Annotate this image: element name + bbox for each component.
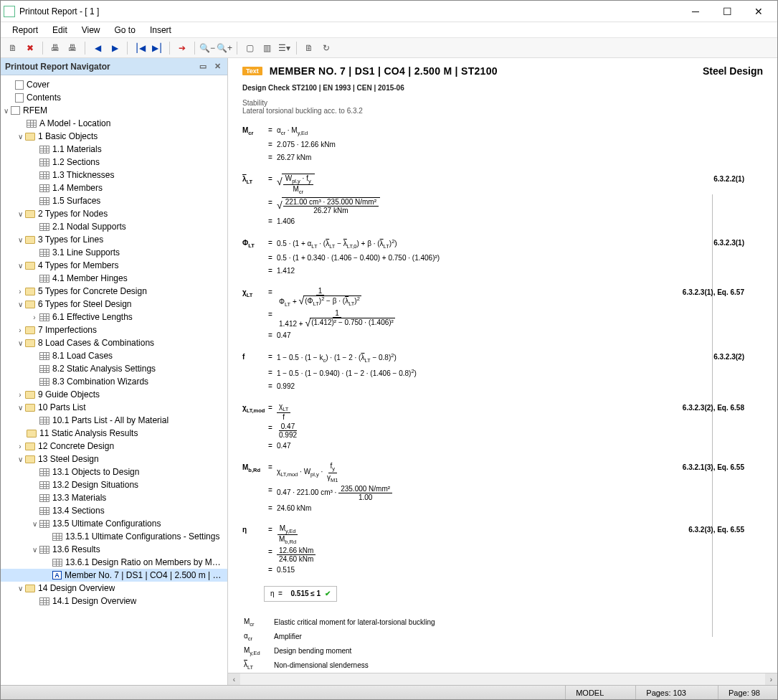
expand-icon[interactable]: ∨ — [15, 301, 25, 308]
tree-item[interactable]: 11 Static Analysis Results — [1, 427, 227, 440]
folder-icon — [27, 430, 37, 438]
status-page: Page: 98 — [718, 686, 770, 699]
tree-item[interactable]: 1.5 Surfaces — [1, 194, 227, 207]
tree-item[interactable]: 10.1 Parts List - All by Material — [1, 414, 227, 427]
expand-icon[interactable]: ∨ — [15, 404, 25, 412]
tree-item[interactable]: 13.4 Sections — [1, 504, 227, 517]
menu-report[interactable]: Report — [5, 24, 45, 37]
code-ref: 6.3.2.3(1) — [713, 237, 744, 249]
tree-item[interactable]: ∨13.5 Ultimate Configurations — [1, 517, 227, 530]
last-icon[interactable]: ▶⎮ — [149, 40, 165, 56]
expand-icon[interactable]: ∨ — [15, 339, 25, 347]
grid-icon — [39, 468, 49, 476]
tree-item[interactable]: ›7 Imperfections — [1, 323, 227, 336]
tree-item[interactable]: 4.1 Member Hinges — [1, 272, 227, 285]
pages-icon[interactable]: ▥ — [259, 40, 275, 56]
tree-item[interactable]: 2.1 Nodal Supports — [1, 220, 227, 233]
page-icon[interactable]: ▢ — [242, 40, 257, 56]
tree-item[interactable]: ∨10 Parts List — [1, 401, 227, 414]
tree-item[interactable]: ∨8 Load Cases & Combinations — [1, 336, 227, 349]
menu-edit[interactable]: Edit — [45, 24, 75, 37]
expand-icon[interactable]: › — [15, 391, 25, 399]
expand-icon[interactable]: › — [15, 443, 25, 450]
folder-icon — [25, 326, 35, 334]
tree-item[interactable]: ∨13 Steel Design — [1, 453, 227, 465]
tree-item[interactable]: 1.1 Materials — [1, 143, 227, 156]
tree-item[interactable]: A Model - Location — [1, 117, 227, 130]
next-icon[interactable]: ▶ — [107, 40, 123, 56]
tree-item[interactable]: 1.4 Members — [1, 181, 227, 194]
separator — [237, 42, 237, 55]
tree-item[interactable]: ›6.1 Effective Lengths — [1, 311, 227, 323]
tree-item[interactable]: ›9 Guide Objects — [1, 388, 227, 401]
delete-icon[interactable]: ✖ — [22, 40, 38, 56]
grid-icon — [39, 249, 49, 257]
menu-goto[interactable]: Go to — [108, 24, 143, 37]
tree-item[interactable]: ∨3 Types for Lines — [1, 233, 227, 246]
goto-arrow-icon[interactable]: ➔ — [174, 40, 190, 56]
expand-icon[interactable]: ∨ — [15, 236, 25, 244]
menu-view[interactable]: View — [75, 24, 108, 37]
tree-item[interactable]: 3.1 Line Supports — [1, 246, 227, 259]
tree-item[interactable]: ∨1 Basic Objects — [1, 130, 227, 143]
grid-icon — [39, 197, 49, 205]
print-multi-icon[interactable]: 🖶 — [65, 40, 80, 56]
tree-item[interactable]: 8.1 Load Cases — [1, 349, 227, 362]
tree-item[interactable]: 1.2 Sections — [1, 156, 227, 169]
tree-item[interactable]: ∨14 Design Overview — [1, 582, 227, 595]
tree-item[interactable]: 13.3 Materials — [1, 491, 227, 504]
tree-item[interactable]: ∨6 Types for Steel Design — [1, 298, 227, 311]
navigator-title: Printout Report Navigator — [5, 62, 110, 72]
tree-item[interactable]: 13.6.1 Design Ratio on Members by Member — [1, 556, 227, 569]
doc-icon[interactable]: 🗎 — [5, 40, 21, 56]
expand-icon[interactable]: › — [29, 313, 39, 321]
expand-icon[interactable]: ∨ — [15, 133, 25, 141]
tree-item[interactable]: 14.1 Design Overview — [1, 595, 227, 607]
tree-item[interactable]: 8.3 Combination Wizards — [1, 375, 227, 388]
expand-icon[interactable]: ∨ — [29, 546, 39, 554]
refresh-icon[interactable]: ↻ — [318, 40, 334, 56]
tree-item[interactable]: 8.2 Static Analysis Settings — [1, 362, 227, 375]
expand-icon[interactable]: ∨ — [1, 107, 11, 115]
tree-item[interactable]: 1.3 Thicknesses — [1, 169, 227, 181]
expand-icon[interactable]: › — [15, 288, 25, 295]
tree-item[interactable]: 13.5.1 Ultimate Configurations - Setting… — [1, 530, 227, 543]
print-icon[interactable]: 🖶 — [47, 40, 63, 56]
maximize-button[interactable]: ☐ — [711, 1, 743, 22]
tree-item[interactable]: 13.2 Design Situations — [1, 478, 227, 491]
expand-icon[interactable]: ∨ — [15, 210, 25, 218]
grid-icon — [39, 417, 49, 425]
first-icon[interactable]: ⎮◀ — [132, 40, 148, 56]
expand-icon[interactable]: ∨ — [29, 520, 39, 528]
expand-icon[interactable]: ∨ — [15, 455, 25, 463]
tree-item-selected[interactable]: AMember No. 7 | DS1 | CO4 | 2.500 m | ST… — [1, 569, 227, 582]
tree-item[interactable]: ›12 Concrete Design — [1, 440, 227, 453]
folder-icon — [25, 443, 35, 450]
tree-item[interactable]: ∨13.6 Results — [1, 543, 227, 556]
tree-item-rfem[interactable]: ∨RFEM — [1, 104, 227, 117]
tree-item[interactable]: ∨2 Types for Nodes — [1, 207, 227, 220]
tree-item[interactable]: ∨4 Types for Members — [1, 259, 227, 272]
pin-icon[interactable]: ▭ — [197, 61, 209, 72]
close-button[interactable]: ✕ — [743, 1, 774, 22]
scroll-left-icon[interactable]: ‹ — [228, 673, 240, 686]
tree-item-cover[interactable]: Cover — [1, 78, 227, 91]
folder-icon — [25, 339, 35, 347]
expand-icon[interactable]: ∨ — [15, 262, 25, 270]
zoom-in-icon[interactable]: 🔍+ — [217, 40, 232, 56]
navigator-tree[interactable]: Cover Contents ∨RFEM A Model - Location … — [1, 75, 227, 685]
minimize-button[interactable]: ─ — [680, 1, 711, 22]
horizontal-scrollbar[interactable]: ‹ › — [228, 673, 777, 685]
expand-icon[interactable]: ∨ — [15, 585, 25, 592]
expand-icon[interactable]: › — [15, 326, 25, 334]
tree-item[interactable]: ›5 Types for Concrete Design — [1, 285, 227, 298]
scroll-right-icon[interactable]: › — [765, 673, 777, 686]
export-icon[interactable]: 🗎 — [301, 40, 317, 56]
prev-icon[interactable]: ◀ — [90, 40, 105, 56]
zoom-out-icon[interactable]: 🔍− — [199, 40, 215, 56]
close-panel-icon[interactable]: ✕ — [212, 61, 223, 72]
options-icon[interactable]: ☰▾ — [276, 40, 292, 56]
tree-item-contents[interactable]: Contents — [1, 91, 227, 104]
tree-item[interactable]: 13.1 Objects to Design — [1, 465, 227, 478]
menu-insert[interactable]: Insert — [143, 24, 179, 37]
